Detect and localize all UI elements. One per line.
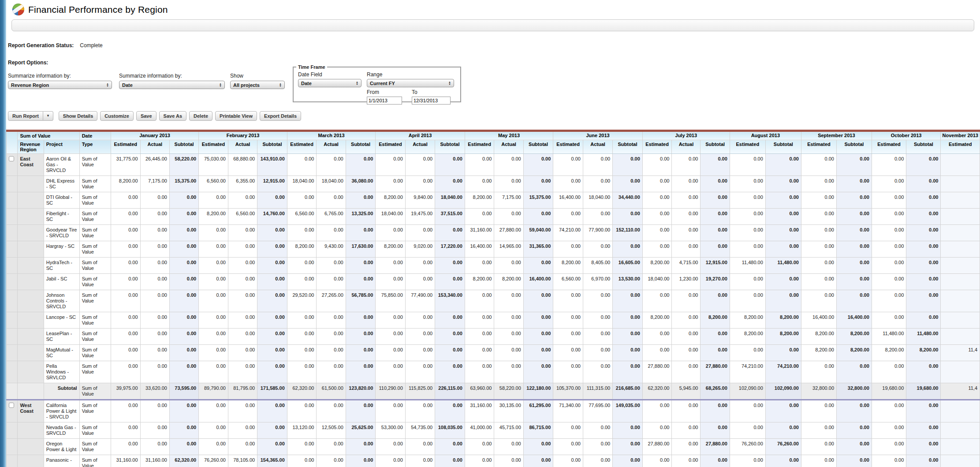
value-cell: 9,020.00	[405, 241, 435, 258]
region-cell	[18, 192, 44, 209]
value-cell: 16,400.00	[801, 312, 836, 329]
value-cell: 8,200.00	[494, 274, 523, 290]
value-cell: 27,880.00	[642, 439, 672, 455]
value-cell: 0.00	[730, 290, 765, 312]
value-cell: 0.00	[405, 329, 435, 345]
value-cell: 0.00	[228, 192, 257, 209]
save-button[interactable]: Save	[136, 111, 157, 121]
save-as-button[interactable]: Save As	[159, 111, 186, 121]
value-cell: 5,945.00	[672, 383, 701, 400]
value-cell: 0.00	[140, 274, 169, 290]
value-cell: 0.00	[257, 439, 287, 455]
month-header: May 2013	[465, 131, 553, 140]
from-date-input[interactable]	[367, 97, 402, 105]
value-cell: 0.00	[405, 455, 435, 467]
measure-header: Estimated	[199, 140, 228, 154]
checkbox-cell	[7, 312, 18, 329]
value-cell: 0.00	[405, 274, 435, 290]
value-cell: 0.00	[494, 361, 523, 383]
export-details-button[interactable]: Export Details	[260, 111, 301, 121]
table-row: Panasonic -Sum of Value31,160.0031,160.0…	[7, 455, 980, 467]
value-cell: 0.00	[801, 258, 836, 274]
value-cell: 0.00	[906, 225, 941, 241]
value-cell: 0.00	[228, 241, 257, 258]
value-cell: 0.00	[257, 329, 287, 345]
value-cell	[941, 154, 980, 176]
value-cell: 0.00	[730, 176, 765, 192]
value-cell: 0.00	[701, 225, 730, 241]
customize-button[interactable]: Customize	[100, 111, 134, 121]
value-cell: 0.00	[765, 154, 801, 176]
value-cell: 0.00	[140, 241, 169, 258]
value-cell: 0.00	[257, 361, 287, 383]
range-select[interactable]: Current FY ▲▼	[367, 79, 454, 87]
row-checkbox[interactable]	[9, 403, 14, 408]
value-cell: 31,365.00	[523, 241, 553, 258]
summarize1-select[interactable]: Revenue Region ▲▼	[8, 81, 112, 89]
value-cell: 74,210.00	[553, 225, 583, 241]
value-cell: 171,585.00	[257, 383, 287, 400]
value-cell: 0.00	[872, 290, 906, 312]
run-report-button[interactable]: Run Report	[8, 111, 43, 121]
value-cell	[941, 274, 980, 290]
value-cell: 6,765.00	[317, 209, 346, 225]
printable-view-button[interactable]: Printable View	[215, 111, 257, 121]
value-cell: 0.00	[837, 241, 872, 258]
collapsed-section-bar[interactable]	[11, 19, 974, 31]
month-header: September 2013	[801, 131, 872, 140]
value-cell: 0.00	[199, 312, 228, 329]
row-checkbox[interactable]	[9, 156, 14, 161]
value-cell: 0.00	[801, 225, 836, 241]
summarize2-group: Summarize information by: Date ▲▼	[119, 73, 225, 89]
value-cell: 0.00	[642, 400, 672, 422]
show-select[interactable]: All projects ▲▼	[230, 81, 285, 89]
value-cell: 0.00	[140, 258, 169, 274]
value-cell: 18,040.00	[583, 192, 612, 209]
value-cell	[941, 290, 980, 312]
measure-header: Subtotal	[613, 140, 643, 154]
value-cell: 0.00	[642, 455, 672, 467]
value-cell: 0.00	[523, 361, 553, 383]
show-details-button[interactable]: Show Details	[59, 111, 97, 121]
report-options-heading: Report Options:	[8, 60, 48, 66]
summarize2-select[interactable]: Date ▲▼	[119, 81, 225, 89]
value-cell: 68,265.00	[701, 383, 730, 400]
delete-button[interactable]: Delete	[189, 111, 212, 121]
value-cell	[941, 400, 980, 422]
value-cell: 0.00	[701, 192, 730, 209]
value-cell: 0.00	[672, 422, 701, 439]
value-cell: 0.00	[228, 290, 257, 312]
table-row: Goodyear Tire - SRVCLDSum of Value0.000.…	[7, 225, 980, 241]
region-cell	[18, 274, 44, 290]
checkbox-cell	[7, 274, 18, 290]
measure-header: Actual	[228, 140, 257, 154]
select-arrows-icon: ▲▼	[106, 83, 109, 87]
value-cell	[941, 455, 980, 467]
to-date-input[interactable]	[412, 97, 451, 105]
date-field-select[interactable]: Date ▲▼	[298, 79, 361, 87]
value-cell: 0.00	[169, 422, 198, 439]
month-header: January 2013	[111, 131, 198, 140]
value-cell: 8,200.00	[837, 345, 872, 361]
measure-header: Subtotal	[523, 140, 553, 154]
value-cell: 36,080.00	[346, 176, 376, 192]
month-header: August 2013	[730, 131, 801, 140]
measure-header: Estimated	[801, 140, 836, 154]
value-cell: 12,915.00	[701, 258, 730, 274]
measure-header: Estimated	[730, 140, 765, 154]
value-cell: 0.00	[111, 258, 140, 274]
table-row: DTI Global - SCSum of Value0.000.000.000…	[7, 192, 980, 209]
project-cell: Nevada Gas - SRVCLD	[44, 422, 79, 439]
project-cell: Subtotal	[44, 383, 79, 400]
value-cell: 0.00	[672, 290, 701, 312]
region-cell	[18, 439, 44, 455]
measure-header: Subtotal	[906, 140, 941, 154]
month-header: April 2013	[376, 131, 465, 140]
value-cell: 0.00	[613, 439, 643, 455]
run-report-dropdown-button[interactable]: ▼	[43, 111, 53, 121]
value-cell: 0.00	[701, 154, 730, 176]
value-cell: 86,715.00	[523, 422, 553, 439]
value-cell: 0.00	[111, 400, 140, 422]
value-cell: 18,040.00	[435, 192, 465, 209]
value-cell: 0.00	[553, 345, 583, 361]
